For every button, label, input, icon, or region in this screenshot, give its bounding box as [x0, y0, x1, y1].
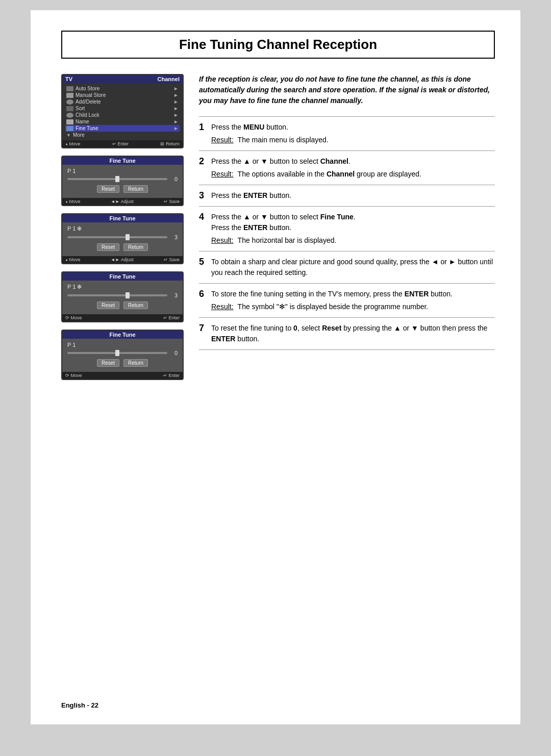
ft5-header: Fine Tune: [62, 331, 183, 339]
ft3-adjust: ◄► Adjust: [111, 257, 134, 262]
step-content-1: Press the MENU button. Result: The main …: [211, 117, 495, 151]
ft4-reset-button[interactable]: Reset: [97, 301, 119, 309]
ft3-reset-button[interactable]: Reset: [97, 243, 119, 251]
footer-move: ⬧ Move: [65, 141, 81, 146]
ft2-slider-thumb: [115, 176, 119, 182]
step-content-4: Press the ▲ or ▼ button to select Fine T…: [211, 207, 495, 251]
fine-tune-screen-4: Fine Tune P 1 ✻ 3 Reset Return ⟳: [61, 271, 184, 322]
ft4-buttons: Reset Return: [67, 301, 178, 309]
fine-tune-screen-3: Fine Tune P 1 ✻ 3 Reset Return ⬧: [61, 213, 184, 264]
menu-item-sort: Sort ►: [65, 105, 180, 112]
step-num-2: 2: [199, 151, 211, 185]
step-row-2: 2 Press the ▲ or ▼ button to select Chan…: [199, 151, 495, 185]
ft2-move: ⬧ Move: [65, 199, 81, 204]
ft2-body: P 1 0 Reset Return: [62, 165, 183, 198]
step-num-7: 7: [199, 318, 211, 350]
footer-text: English - 22: [61, 701, 98, 709]
page-footer: English - 22: [61, 701, 98, 709]
step-row-5: 5 To obtain a sharp and clear picture an…: [199, 251, 495, 284]
intro-text: If the reception is clear, you do not ha…: [199, 74, 495, 106]
step6-instruction: To store the fine tuning setting in the …: [211, 289, 495, 299]
ft5-enter: ↵ Enter: [163, 373, 180, 378]
step2-result-text: The options available in the Channel gro…: [238, 169, 421, 180]
ft2-header: Fine Tune: [62, 157, 183, 165]
ft2-slider-row: 0: [67, 176, 178, 182]
step1-instruction: Press the MENU button.: [211, 122, 495, 133]
ft4-enter: ↵ Enter: [163, 315, 180, 320]
ft2-value: 0: [170, 176, 178, 182]
step-num-1: 1: [199, 117, 211, 151]
ft5-slider-track: [67, 352, 167, 354]
footer-enter: ↵ Enter: [112, 141, 129, 146]
step3-instruction: Press the ENTER button.: [211, 190, 495, 201]
ft2-label: P 1: [67, 168, 178, 174]
step-num-4: 4: [199, 207, 211, 251]
ft3-body: P 1 ✻ 3 Reset Return: [62, 222, 183, 256]
ft4-footer: ⟳ Move ↵ Enter: [62, 314, 183, 321]
ft3-save: ↵ Save: [164, 257, 180, 262]
screen1-header-left: TV: [65, 76, 72, 82]
menu-icon: [66, 119, 73, 124]
ft2-adjust: ◄► Adjust: [111, 199, 134, 204]
menu-icon: [66, 113, 73, 118]
ft5-body: P 1 0 Reset Return: [62, 339, 183, 372]
ft5-return-button[interactable]: Return: [123, 359, 148, 367]
step4-result: Result: The horizontal bar is displayed.: [211, 235, 495, 246]
fine-tune-screen-2: Fine Tune P 1 0 Reset Return ⬧ M: [61, 156, 184, 206]
menu-item-name: Name ►: [65, 118, 180, 125]
menu-item-manual-store: Manual Store ►: [65, 92, 180, 98]
page: Fine Tuning Channel Reception TV Channel…: [31, 10, 520, 724]
ft4-label: P 1 ✻: [67, 284, 178, 290]
ft2-footer: ⬧ Move ◄► Adjust ↵ Save: [62, 198, 183, 205]
step-num-5: 5: [199, 251, 211, 284]
step-row-3: 3 Press the ENTER button.: [199, 185, 495, 207]
step6-result-text: The symbol "✻" is displayed beside the p…: [238, 301, 429, 312]
menu-label: Name: [76, 119, 89, 124]
step2-instruction: Press the ▲ or ▼ button to select Channe…: [211, 156, 495, 167]
ft5-value: 0: [170, 350, 178, 356]
menu-icon: [66, 126, 73, 131]
step-content-2: Press the ▲ or ▼ button to select Channe…: [211, 151, 495, 185]
menu-label: Manual Store: [76, 92, 106, 98]
menu-label: Fine Tune: [76, 125, 98, 131]
ft4-return-button[interactable]: Return: [123, 301, 148, 309]
ft4-body: P 1 ✻ 3 Reset Return: [62, 281, 183, 314]
menu-icon: [66, 106, 73, 111]
step-content-7: To reset the fine tuning to 0, select Re…: [211, 318, 495, 350]
ft4-header: Fine Tune: [62, 272, 183, 281]
step4-result-label: Result:: [211, 235, 234, 246]
ft3-label: P 1 ✻: [67, 225, 178, 232]
ft3-slider-row: 3: [67, 234, 178, 240]
ft4-value: 3: [170, 292, 178, 298]
ft4-slider-track: [67, 294, 167, 296]
step1-result-text: The main menu is displayed.: [238, 135, 329, 145]
menu-item-auto-store: Auto Store ►: [65, 85, 180, 92]
screen1-header-right: Channel: [158, 76, 180, 82]
step-content-6: To store the fine tuning setting in the …: [211, 284, 495, 318]
step4-result-text: The horizontal bar is displayed.: [238, 235, 337, 246]
ft2-reset-button[interactable]: Reset: [97, 185, 119, 193]
ft3-value: 3: [170, 234, 178, 240]
ft4-move: ⟳ Move: [65, 315, 82, 320]
ft3-footer: ⬧ Move ◄► Adjust ↵ Save: [62, 256, 183, 263]
menu-label: Auto Store: [76, 86, 99, 91]
step-num-6: 6: [199, 284, 211, 318]
menu-icon: [66, 93, 73, 98]
ft5-reset-button[interactable]: Reset: [97, 359, 119, 367]
ft5-footer: ⟳ Move ↵ Enter: [62, 372, 183, 379]
ft5-label: P 1: [67, 342, 178, 348]
ft2-return-button[interactable]: Return: [123, 185, 148, 193]
step7-instruction: To reset the fine tuning to 0, select Re…: [211, 323, 495, 344]
step6-result-label: Result:: [211, 301, 234, 312]
ft3-header: Fine Tune: [62, 214, 183, 222]
menu-icon: [66, 86, 73, 91]
ft3-buttons: Reset Return: [67, 243, 178, 251]
screen1-footer: ⬧ Move ↵ Enter ⊞ Return: [62, 140, 183, 147]
ft3-return-button[interactable]: Return: [123, 243, 148, 251]
tv-channel-screen: TV Channel Auto Store ► Manual Store ► A…: [61, 74, 184, 148]
menu-label: Sort: [76, 106, 85, 111]
ft2-buttons: Reset Return: [67, 185, 178, 193]
menu-icon: [66, 99, 73, 105]
menu-label: Add/Delete: [76, 99, 101, 105]
ft2-save: ↵ Save: [164, 199, 180, 204]
